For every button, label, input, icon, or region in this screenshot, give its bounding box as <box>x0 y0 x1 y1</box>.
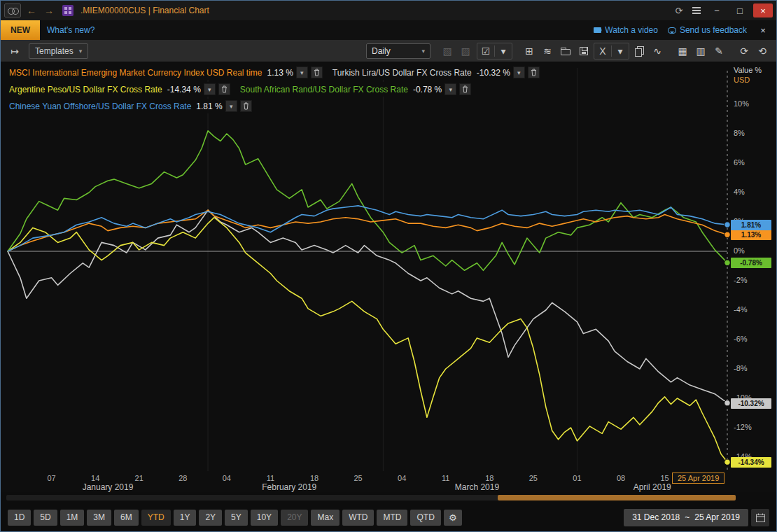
x-axis-tick-label: 01 <box>573 474 581 482</box>
watch-video-link[interactable]: Watch a video <box>594 25 658 35</box>
send-feedback-link[interactable]: Send us feedback <box>668 25 747 35</box>
layout-tools-group: ▦ ▥ ✎ <box>674 43 727 59</box>
link-channel-button[interactable] <box>4 4 21 18</box>
y-axis-tick-label: 0% <box>734 246 745 255</box>
interval-select[interactable]: Daily ▾ <box>366 43 430 59</box>
whats-new-link[interactable]: What's new? <box>47 25 94 35</box>
range-button-wtd[interactable]: WTD <box>342 510 374 526</box>
range-button-mtd[interactable]: MTD <box>377 510 407 526</box>
y-axis-tick-label: 8% <box>734 129 745 137</box>
remove-series-trash-icon[interactable] <box>240 100 252 112</box>
series-options-button[interactable]: ▾ <box>444 83 456 95</box>
menu-button[interactable] <box>690 4 704 18</box>
remove-series-trash-icon[interactable] <box>311 66 323 78</box>
nav-forward-button[interactable]: → <box>42 4 56 18</box>
y-axis-tick-label: 4% <box>734 188 745 196</box>
legend-entry[interactable]: South African Rand/US Dollar FX Cross Ra… <box>237 82 474 97</box>
legend-list-icon[interactable]: ☑ <box>477 43 494 59</box>
legend-entry[interactable]: MSCI International Emerging Market Curre… <box>6 65 326 80</box>
y-axis-title: Value % <box>734 66 762 74</box>
range-button-10y[interactable]: 10Y <box>251 510 278 526</box>
y-axis-tick-label: -12% <box>734 423 752 431</box>
multi-window-icon[interactable]: ▥ <box>692 43 709 59</box>
refresh-chart-icon[interactable]: ⟳ <box>736 43 752 59</box>
series-options-button[interactable]: ▾ <box>296 66 308 78</box>
range-button-ytd[interactable]: YTD <box>141 510 171 526</box>
copy-chart-icon[interactable] <box>631 43 648 59</box>
legend-entry[interactable]: Turkish Lira/US Dollar FX Cross Rate-10.… <box>330 65 542 80</box>
quote-grid-icon[interactable]: ⊞ <box>521 43 538 59</box>
calendar-icon <box>756 513 765 522</box>
close-button[interactable]: × <box>753 4 773 18</box>
range-settings-button[interactable]: ⚙ <box>444 510 462 526</box>
feedback-bubble-icon <box>668 27 676 34</box>
remove-series-trash-icon[interactable] <box>528 66 540 78</box>
link-icon <box>8 8 18 14</box>
file-tools-group: ⊞ ≋ X ▾ ∿ <box>521 43 666 59</box>
date-range-end: 25 Apr 2019 <box>694 512 740 522</box>
date-range-start: 31 Dec 2018 <box>632 512 680 522</box>
line-chart-icon[interactable]: ∿ <box>649 43 666 59</box>
series-options-button[interactable]: ▾ <box>513 66 525 78</box>
legend-series-name[interactable]: MSCI International Emerging Market Curre… <box>9 68 262 78</box>
range-button-qtd[interactable]: QTD <box>410 510 440 526</box>
range-button-6m[interactable]: 6M <box>114 510 139 526</box>
legend-series-name[interactable]: South African Rand/US Dollar FX Cross Ra… <box>240 85 408 94</box>
legend-series-name[interactable]: Chinese Yuan Offshore/US Dollar FX Cross… <box>9 102 191 111</box>
chart-region[interactable]: MSCI International Emerging Market Curre… <box>1 62 776 492</box>
remove-series-trash-icon[interactable] <box>218 83 230 95</box>
range-button-max[interactable]: Max <box>311 510 340 526</box>
floppy-icon <box>580 47 588 55</box>
dock-panel-button[interactable]: ↦ <box>6 43 23 59</box>
legend-entry[interactable]: Chinese Yuan Offshore/US Dollar FX Cross… <box>6 99 255 113</box>
chevron-down-icon[interactable]: ▾ <box>612 43 629 59</box>
x-axis-tick-label: 28 <box>178 474 187 482</box>
chevron-down-icon[interactable]: ▾ <box>495 43 512 59</box>
legend-series-value: -0.78 % <box>413 85 442 94</box>
banner-close-button[interactable]: × <box>757 25 769 36</box>
nav-back-button[interactable]: ← <box>24 4 38 18</box>
date-range-picker[interactable]: 31 Dec 2018 ~ 25 Apr 2019 <box>624 509 748 526</box>
grid-layout-icon[interactable]: ▦ <box>674 43 691 59</box>
range-button-1d[interactable]: 1D <box>8 510 31 526</box>
last-value-chip-ars: -14.34% <box>731 457 771 468</box>
x-axis-tick-label: 04 <box>223 474 231 482</box>
legend-series-name[interactable]: Argentine Peso/US Dollar FX Cross Rate <box>9 85 162 94</box>
range-button-5y[interactable]: 5Y <box>225 510 248 526</box>
time-scrollbar-thumb[interactable] <box>498 495 736 500</box>
calendar-button[interactable] <box>751 509 769 526</box>
series-options-button[interactable]: ▾ <box>204 83 216 95</box>
range-button-5d[interactable]: 5D <box>34 510 57 526</box>
range-button-1y[interactable]: 1Y <box>174 510 197 526</box>
time-scroll-region <box>1 492 776 503</box>
remove-series-trash-icon[interactable] <box>459 83 471 95</box>
templates-button[interactable]: Templates ▾ <box>29 43 88 59</box>
banner-right: Watch a video Send us feedback × <box>594 25 776 36</box>
x-axis-tick-label: 18 <box>485 474 493 482</box>
range-button-1m[interactable]: 1M <box>60 510 85 526</box>
save-icon[interactable] <box>575 43 592 59</box>
overlay-layers-icon[interactable]: ≋ <box>539 43 556 59</box>
range-button-3m[interactable]: 3M <box>87 510 111 526</box>
app-window: ← → .MIEM00000CUS | Financial Chart ⟳ − … <box>0 0 777 532</box>
annotate-icon[interactable]: ✎ <box>710 43 727 59</box>
maximize-button[interactable]: □ <box>730 4 750 18</box>
legend-series-name[interactable]: Turkish Lira/US Dollar FX Cross Rate <box>332 68 472 78</box>
history-icon[interactable]: ⟲ <box>754 43 771 59</box>
refresh-button[interactable]: ⟳ <box>672 4 686 18</box>
x-axis-tick-label: 11 <box>267 474 274 482</box>
minimize-button[interactable]: − <box>707 4 727 18</box>
series-options-button[interactable]: ▾ <box>225 100 237 112</box>
x-axis-tick-label: 04 <box>398 474 406 482</box>
open-folder-icon[interactable] <box>557 43 574 59</box>
time-scrollbar-track[interactable] <box>6 495 736 500</box>
series-line-try <box>8 210 727 403</box>
folder-icon <box>561 49 570 55</box>
legend-display-control: ☑ ▾ <box>477 43 512 59</box>
range-button-20y: 20Y <box>281 510 308 526</box>
chart-plot[interactable] <box>1 62 730 471</box>
series-end-dot-msci <box>724 232 730 237</box>
legend-entry[interactable]: Argentine Peso/US Dollar FX Cross Rate-1… <box>6 82 233 97</box>
range-button-2y[interactable]: 2Y <box>199 510 222 526</box>
excel-export-icon[interactable]: X <box>594 43 611 59</box>
